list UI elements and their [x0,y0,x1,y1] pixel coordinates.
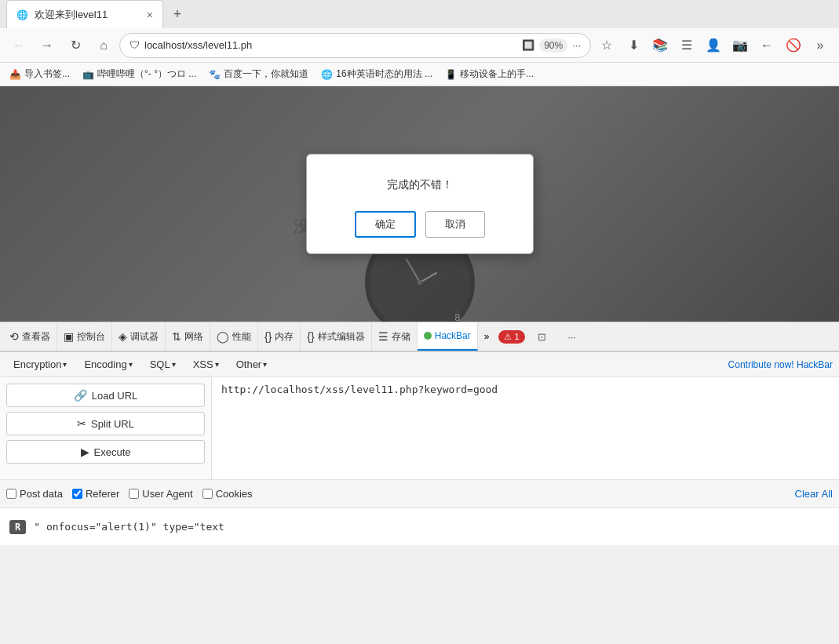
home-button[interactable]: ⌂ [91,33,116,58]
post-data-checkbox[interactable] [6,489,16,499]
execute-button[interactable]: ▶ Execute [6,440,205,464]
zoom-level: 90% [539,38,567,53]
r-badge: R [9,520,26,534]
screenshot-button[interactable]: 📷 [728,33,753,58]
bookmark-baidu[interactable]: 🐾 百度一下，你就知道 [206,66,312,82]
devtools-debugger[interactable]: ◈ 调试器 [112,322,166,351]
devtools-hackbar[interactable]: HackBar [418,322,478,351]
reload-button[interactable]: ↻ [63,33,88,58]
style-editor-icon: {} [307,330,314,343]
clear-all-button[interactable]: Clear All [795,488,833,500]
browser-chrome: 🌐 欢迎来到level11 × + ← → ↻ ⌂ 🛡 localhost/xs… [0,0,839,86]
execute-label: Execute [94,446,131,458]
library-button[interactable]: 📚 [647,33,673,58]
referer-checkbox[interactable] [72,489,82,499]
xss-arrow-icon: ▾ [215,360,219,369]
tracking-protection-button[interactable]: 🚫 [781,33,806,58]
encoding-arrow-icon: ▾ [129,360,133,369]
devtools-memory[interactable]: {} 内存 [258,322,301,351]
bookmark-mobile[interactable]: 📱 移动设备上的手... [442,66,537,82]
mobile-label: 移动设备上的手... [460,67,534,81]
hackbar-sidebar: 🔗 Load URL ✂ Split URL ▶ Execute [0,377,212,479]
encoding-label: Encoding [84,358,126,370]
execute-icon: ▶ [81,446,89,458]
contribute-link[interactable]: Contribute now! HackBar [728,359,833,370]
back-button[interactable]: ← [6,33,31,58]
back-history-button[interactable]: ← [754,33,779,58]
xss-label: XSS [193,358,213,370]
debugger-icon: ◈ [119,330,127,343]
encryption-arrow-icon: ▾ [63,360,67,369]
bookmark-button[interactable]: ☆ [594,33,619,58]
other-dropdown[interactable]: Other ▾ [229,355,275,373]
bookmark-import-icon: 📥 [9,69,21,80]
tab-bar: 🌐 欢迎来到level11 × + [0,0,839,28]
console-label: 控制台 [77,330,105,344]
devtools-inspector[interactable]: ⟲ 查看器 [3,322,57,351]
bilibili-icon: 📺 [82,69,94,80]
performance-label: 性能 [232,330,251,344]
bookmark-english[interactable]: 🌐 16种英语时态的用法 ... [318,66,436,82]
devtools-style-editor[interactable]: {} 样式编辑器 [301,322,371,351]
site-info-icon: 🔲 [522,39,534,51]
hackbar-url-area: http://localhost/xss/level11.php?keyword… [212,377,839,479]
devtools-bar: ⟲ 查看器 ▣ 控制台 ◈ 调试器 ⇅ 网络 ◯ 性能 {} 内存 {} 样式编… [0,322,839,351]
account-button[interactable]: 👤 [701,33,726,58]
bilibili-label: 哔哩哔哩（°- °）つロ ... [97,67,196,81]
shield-icon: 🛡 [129,39,140,51]
user-agent-checkbox[interactable] [129,489,139,499]
user-agent-checkbox-label[interactable]: User Agent [129,488,192,500]
load-url-icon: 🔗 [74,389,87,402]
forward-button[interactable]: → [35,33,60,58]
tab-close-button[interactable]: × [147,9,153,21]
bookmark-import[interactable]: 📥 导入书签... [6,66,73,82]
more-address-button[interactable]: ··· [572,39,581,51]
baidu-label: 百度一下，你就知道 [224,67,308,81]
inspector-label: 查看器 [22,330,50,344]
devtools-storage[interactable]: ☰ 存储 [372,322,418,351]
memory-label: 内存 [275,330,294,344]
devtools-performance[interactable]: ◯ 性能 [210,322,258,351]
user-agent-label: User Agent [142,488,192,500]
xss-dropdown[interactable]: XSS ▾ [186,355,226,373]
devtools-network[interactable]: ⇅ 网络 [166,322,210,351]
encryption-dropdown[interactable]: Encryption ▾ [6,355,74,373]
cookies-checkbox[interactable] [202,489,213,499]
cookies-label: Cookies [216,488,253,500]
modal-ok-button[interactable]: 确定 [355,211,416,238]
split-url-button[interactable]: ✂ Split URL [6,412,205,435]
address-bar[interactable]: 🛡 localhost/xss/level11.ph 🔲 90% ··· [119,33,591,58]
responsive-design-button[interactable]: ⊡ [530,324,555,349]
active-tab[interactable]: 🌐 欢迎来到level11 × [6,0,163,28]
devtools-close-button[interactable]: ··· [560,324,585,349]
address-text[interactable]: localhost/xss/level11.ph [144,39,517,51]
encoding-dropdown[interactable]: Encoding ▾ [77,355,139,373]
hackbar-url-input[interactable]: http://localhost/xss/level11.php?keyword… [212,377,839,479]
download-button[interactable]: ⬇ [621,33,646,58]
bookmark-bilibili[interactable]: 📺 哔哩哔哩（°- °）つロ ... [79,66,199,82]
modal-cancel-button[interactable]: 取消 [425,211,485,238]
bookmark-import-label: 导入书签... [24,67,70,81]
network-icon: ⇅ [172,330,181,343]
hackbar-dot-icon [424,332,432,340]
hackbar-main: 🔗 Load URL ✂ Split URL ▶ Execute http://… [0,377,839,479]
cookies-checkbox-label[interactable]: Cookies [202,488,253,500]
network-label: 网络 [184,330,203,344]
synced-tabs-button[interactable]: ☰ [674,33,699,58]
storage-label: 存储 [392,330,410,344]
r-bar: R " onfocus="alert(1)" type="text [0,508,839,545]
overflow-button[interactable]: » [808,33,833,58]
devtools-more-button[interactable]: » [478,328,496,345]
sql-dropdown[interactable]: SQL ▾ [143,355,183,373]
other-label: Other [236,358,262,370]
devtools-console[interactable]: ▣ 控制台 [57,322,112,351]
load-url-button[interactable]: 🔗 Load URL [6,384,205,407]
modal-message: 完成的不错！ [387,178,453,192]
new-tab-button[interactable]: + [166,3,188,25]
post-data-checkbox-label[interactable]: Post data [6,488,63,500]
referer-checkbox-label[interactable]: Referer [72,488,119,500]
tab-title: 欢迎来到level11 [35,8,108,22]
debugger-label: 调试器 [130,330,159,344]
r-content: " onfocus="alert(1)" type="text [34,521,224,533]
error-count: 1 [514,332,519,341]
